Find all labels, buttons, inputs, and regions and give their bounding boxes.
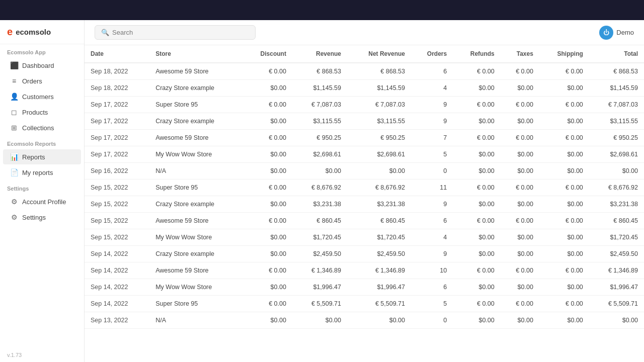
cell-taxes: € 0.00 — [501, 213, 539, 229]
cell-discount: $0.00 — [243, 279, 292, 296]
col-header-refunds: Refunds — [453, 45, 501, 63]
table-row: Sep 14, 2022 Awesome 59 Store € 0.00 € 1… — [85, 262, 644, 279]
col-header-taxes: Taxes — [501, 45, 539, 63]
cell-revenue: $1,996.47 — [292, 279, 347, 296]
cell-date: Sep 15, 2022 — [85, 213, 149, 229]
products-icon: ◻ — [10, 108, 18, 116]
cell-shipping: € 0.00 — [539, 130, 589, 146]
cell-taxes: € 0.00 — [501, 296, 539, 312]
col-header-total: Total — [589, 45, 644, 63]
cell-orders: 6 — [411, 279, 453, 296]
cell-store: My Wow Wow Store — [149, 229, 243, 246]
cell-shipping: $0.00 — [539, 146, 589, 163]
cell-orders: 5 — [411, 296, 453, 312]
cell-total: € 860.45 — [589, 213, 644, 229]
search-input[interactable] — [112, 29, 249, 36]
cell-orders: 7 — [411, 130, 453, 146]
cell-taxes: $0.00 — [501, 312, 539, 329]
cell-total: € 7,087.03 — [589, 97, 644, 113]
cell-revenue: $1,720.45 — [292, 229, 347, 246]
cell-taxes: $0.00 — [501, 80, 539, 97]
col-header-store: Store — [149, 45, 243, 63]
cell-net-revenue: $2,698.61 — [347, 146, 411, 163]
table-header-row: Date Store Discount Revenue Net Revenue … — [85, 45, 644, 63]
cell-orders: 6 — [411, 213, 453, 229]
cell-taxes: € 0.00 — [501, 262, 539, 279]
cell-orders: 9 — [411, 246, 453, 262]
my-reports-icon: 📄 — [10, 168, 18, 176]
cell-revenue: € 950.25 — [292, 130, 347, 146]
cell-date: Sep 18, 2022 — [85, 80, 149, 97]
cell-revenue: $3,231.38 — [292, 196, 347, 213]
cell-taxes: $0.00 — [501, 229, 539, 246]
cell-shipping: € 0.00 — [539, 63, 589, 80]
sidebar-item-label: Customers — [22, 93, 54, 101]
cell-total: $0.00 — [589, 163, 644, 179]
sidebar-item-account-profile[interactable]: ⚙ Account Profile — [3, 194, 81, 209]
cell-net-revenue: $1,720.45 — [347, 229, 411, 246]
header-right: ⏻ Demo — [599, 26, 634, 40]
sidebar-item-customers[interactable]: 👤 Customers — [3, 89, 81, 104]
cell-store: My Wow Wow Store — [149, 146, 243, 163]
cell-refunds: € 0.00 — [453, 130, 501, 146]
sidebar-item-dashboard[interactable]: ⬛ Dashboard — [3, 58, 81, 73]
cell-discount: € 0.00 — [243, 213, 292, 229]
cell-shipping: $0.00 — [539, 80, 589, 97]
search-icon: 🔍 — [101, 29, 109, 36]
sidebar-item-reports[interactable]: 📊 Reports — [3, 149, 81, 164]
cell-net-revenue: $0.00 — [347, 163, 411, 179]
cell-shipping: € 0.00 — [539, 213, 589, 229]
demo-button[interactable]: ⏻ Demo — [599, 26, 634, 40]
cell-total: $2,459.50 — [589, 246, 644, 262]
sidebar-item-products[interactable]: ◻ Products — [3, 105, 81, 120]
table-row: Sep 13, 2022 N/A $0.00 $0.00 $0.00 0 $0.… — [85, 312, 644, 329]
col-header-net-revenue: Net Revenue — [347, 45, 411, 63]
sidebar-item-settings[interactable]: ⚙ Settings — [3, 210, 81, 225]
cell-discount: $0.00 — [243, 113, 292, 130]
table-row: Sep 17, 2022 Crazy Store example $0.00 $… — [85, 113, 644, 130]
cell-taxes: $0.00 — [501, 163, 539, 179]
sidebar-item-my-reports[interactable]: 📄 My reports — [3, 165, 81, 180]
cell-shipping: € 0.00 — [539, 296, 589, 312]
cell-revenue: $2,459.50 — [292, 246, 347, 262]
sidebar: e ecomsolo Ecomsolo App ⬛ Dashboard ≡ Or… — [0, 20, 85, 362]
cell-revenue: $3,115.55 — [292, 113, 347, 130]
cell-taxes: $0.00 — [501, 246, 539, 262]
col-header-date: Date — [85, 45, 149, 63]
cell-refunds: $0.00 — [453, 246, 501, 262]
cell-store: Super Store 95 — [149, 179, 243, 196]
cell-total: € 868.53 — [589, 63, 644, 80]
cell-refunds: $0.00 — [453, 312, 501, 329]
section-label-settings: Settings — [0, 180, 84, 194]
search-bar[interactable]: 🔍 — [95, 25, 256, 40]
sidebar-item-orders[interactable]: ≡ Orders — [3, 73, 81, 88]
collections-icon: ⊞ — [10, 124, 18, 132]
cell-date: Sep 17, 2022 — [85, 97, 149, 113]
cell-net-revenue: € 8,676.92 — [347, 179, 411, 196]
cell-date: Sep 15, 2022 — [85, 229, 149, 246]
cell-total: $3,231.38 — [589, 196, 644, 213]
cell-net-revenue: $0.00 — [347, 312, 411, 329]
account-profile-icon: ⚙ — [10, 198, 18, 206]
main-content: 🔍 ⏻ Demo Date Store Discount Revenue — [85, 20, 644, 362]
cell-discount: $0.00 — [243, 229, 292, 246]
sidebar-item-label: Dashboard — [22, 62, 54, 69]
cell-taxes: $0.00 — [501, 279, 539, 296]
sidebar-item-label: Collections — [22, 124, 54, 132]
cell-refunds: $0.00 — [453, 196, 501, 213]
sidebar-item-collections[interactable]: ⊞ Collections — [3, 120, 81, 135]
cell-date: Sep 14, 2022 — [85, 262, 149, 279]
cell-net-revenue: $1,996.47 — [347, 279, 411, 296]
cell-orders: 4 — [411, 229, 453, 246]
table-row: Sep 17, 2022 Super Store 95 € 0.00 € 7,0… — [85, 97, 644, 113]
cell-shipping: € 0.00 — [539, 262, 589, 279]
table-row: Sep 15, 2022 Crazy Store example $0.00 $… — [85, 196, 644, 213]
section-label-reports: Ecomsolo Reports — [0, 136, 84, 149]
demo-label: Demo — [616, 29, 634, 36]
col-header-orders: Orders — [411, 45, 453, 63]
logo: e ecomsolo — [0, 20, 84, 44]
cell-discount: $0.00 — [243, 80, 292, 97]
table-row: Sep 15, 2022 Super Store 95 € 0.00 € 8,6… — [85, 179, 644, 196]
cell-orders: 11 — [411, 179, 453, 196]
reports-table: Date Store Discount Revenue Net Revenue … — [85, 45, 644, 329]
